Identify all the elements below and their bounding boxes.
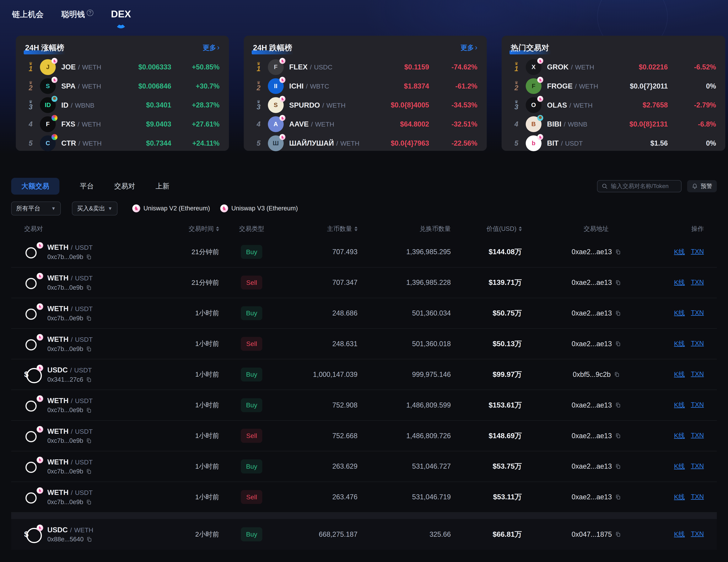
token-rank-row[interactable]: ♛ 5 C CTR / (25, 134, 220, 153)
copy-icon[interactable] (86, 316, 92, 321)
txn-link[interactable]: TXN (691, 493, 704, 501)
more-label: 更多 (203, 43, 216, 52)
base-token: WETH (47, 397, 69, 405)
platform-chip[interactable]: Uniswap V3 (Ethereum) (220, 204, 298, 212)
column-header[interactable]: 操作 (670, 225, 704, 233)
kline-link[interactable]: K线 (674, 493, 685, 501)
pair-cell[interactable]: WETH / USDT 0xc7b...0e9b (24, 427, 163, 445)
txn-link[interactable]: TXN (691, 462, 704, 471)
token-rank-row[interactable]: ♛ 3 O OLAS / (511, 96, 716, 115)
token-rank-row[interactable]: ♛ 3 ID ID / (25, 96, 220, 115)
copy-icon[interactable] (615, 341, 621, 347)
token-rank-row[interactable]: ♛ 1 F FLEX / (253, 58, 477, 77)
copy-icon[interactable] (615, 532, 621, 537)
token-rank-row[interactable]: ♛ 2 F FROGE / (511, 77, 716, 96)
column-header[interactable]: 交易地址 (522, 225, 670, 233)
token-rank-row[interactable]: ♛ 2 II ICHI / (253, 77, 477, 96)
copy-icon[interactable] (86, 469, 92, 474)
kline-link[interactable]: K线 (674, 530, 685, 539)
copy-icon[interactable] (86, 346, 92, 352)
column-header[interactable]: 交易时间 (163, 225, 219, 233)
token-rank-row[interactable]: ♛ 4 A AAVE / (253, 115, 477, 134)
alert-button[interactable]: 预警 (687, 180, 717, 192)
token-icon-wrap: A (268, 116, 284, 132)
pair-name: FROGE / WETH (547, 82, 598, 90)
token-rank-row[interactable]: ♛ 1 X GROK / (511, 58, 716, 77)
pair-cell[interactable]: USDC / USDT 0x341...27c6 (24, 366, 163, 383)
token-rank-row[interactable]: ♛ 4 F FXS / (25, 115, 220, 134)
platform-chip[interactable]: Uniswap V2 (Ethereum) (132, 204, 210, 212)
txn-link[interactable]: TXN (691, 309, 704, 317)
pair-cell[interactable]: WETH / USDT 0xc7b...0e9b (24, 304, 163, 322)
token-rank-row[interactable]: ♛ 1 J JOE / (25, 58, 220, 77)
section-tab[interactable]: 大额交易 (11, 178, 59, 195)
base-token: GROK (547, 63, 569, 71)
quote-token: WETH (326, 102, 346, 109)
pair-cell[interactable]: WETH / USDT 0xc7b...0e9b (24, 274, 163, 291)
pair-cell[interactable]: WETH / USDT 0xc7b...0e9b (24, 458, 163, 475)
column-header[interactable]: 兑换币数量 (358, 225, 451, 233)
copy-icon[interactable] (615, 249, 621, 255)
quote-token: WETH (575, 63, 594, 71)
column-header[interactable]: 价值(USD) (451, 225, 522, 233)
copy-icon[interactable] (86, 377, 92, 382)
pair-cell[interactable]: WETH / USDT 0xc7b...0e9b (24, 488, 163, 506)
txn-link[interactable]: TXN (691, 431, 704, 440)
copy-icon[interactable] (86, 254, 92, 260)
pair-cell[interactable]: WETH / USDT 0xc7b...0e9b (24, 335, 163, 353)
kline-link[interactable]: K线 (674, 248, 685, 256)
column-header[interactable]: 交易对 (24, 225, 163, 233)
kline-link[interactable]: K线 (674, 278, 685, 287)
copy-icon[interactable] (86, 408, 92, 413)
nav-item[interactable]: 聪明钱 ? (61, 9, 93, 20)
section-tab[interactable]: 上新 (155, 178, 169, 195)
pair-cell[interactable]: WETH / USDT 0xc7b...0e9b (24, 243, 163, 261)
token-rank-row[interactable]: ♛ 2 S SPA / (25, 77, 220, 96)
pair-cell[interactable]: USDC / WETH 0x88e...5640 (24, 526, 163, 543)
kline-link[interactable]: K线 (674, 339, 685, 348)
nav-item[interactable]: 链上机会 (12, 9, 44, 20)
txn-link[interactable]: TXN (691, 530, 704, 539)
token-rank-row[interactable]: ♛ 4 B BIBI / (511, 115, 716, 134)
pair-cell[interactable]: WETH / USDT 0xc7b...0e9b (24, 396, 163, 414)
copy-icon[interactable] (614, 372, 620, 377)
panel-rows: ♛ 1 X GROK / (511, 58, 716, 153)
copy-icon[interactable] (615, 494, 621, 500)
kline-link[interactable]: K线 (674, 370, 685, 379)
pair-separator: / (311, 121, 313, 128)
kline-link[interactable]: K线 (674, 431, 685, 440)
search-input[interactable] (611, 183, 677, 189)
column-header[interactable]: 交易类型 (219, 225, 284, 233)
column-header[interactable]: 主币数量 (284, 225, 357, 233)
copy-icon[interactable] (615, 311, 621, 316)
txn-link[interactable]: TXN (691, 339, 704, 348)
platform-select[interactable]: 所有平台 ▼ (11, 202, 61, 215)
txn-link[interactable]: TXN (691, 248, 704, 256)
copy-icon[interactable] (86, 438, 92, 444)
copy-icon[interactable] (86, 285, 92, 290)
copy-icon[interactable] (615, 464, 621, 469)
copy-icon[interactable] (86, 537, 92, 542)
pool-address: 0xc7b...0e9b (47, 468, 83, 475)
txn-link[interactable]: TXN (691, 278, 704, 287)
copy-icon[interactable] (86, 499, 92, 505)
kline-link[interactable]: K线 (674, 462, 685, 471)
token-rank-row[interactable]: ♛ 3 S SPURDO / (253, 96, 477, 115)
nav-item[interactable]: DEX (111, 8, 131, 20)
txn-link[interactable]: TXN (691, 401, 704, 409)
copy-icon[interactable] (615, 433, 621, 439)
section-tab[interactable]: 平台 (80, 178, 94, 195)
token-rank-row[interactable]: ♛ 5 Ш ШАЙЛУШАЙ / (253, 134, 477, 153)
more-link[interactable]: 更多 › (203, 43, 219, 52)
help-icon[interactable]: ? (87, 10, 93, 16)
copy-icon[interactable] (615, 280, 621, 285)
kline-link[interactable]: K线 (674, 401, 685, 409)
pair-token-icon (24, 366, 42, 383)
section-tab[interactable]: 交易对 (114, 178, 135, 195)
copy-icon[interactable] (615, 402, 621, 408)
txn-link[interactable]: TXN (691, 370, 704, 379)
token-rank-row[interactable]: ♛ 5 b BIT / (511, 134, 716, 153)
more-link[interactable]: 更多 › (461, 43, 477, 52)
side-select[interactable]: 买入&卖出 ▼ (72, 202, 117, 215)
kline-link[interactable]: K线 (674, 309, 685, 317)
